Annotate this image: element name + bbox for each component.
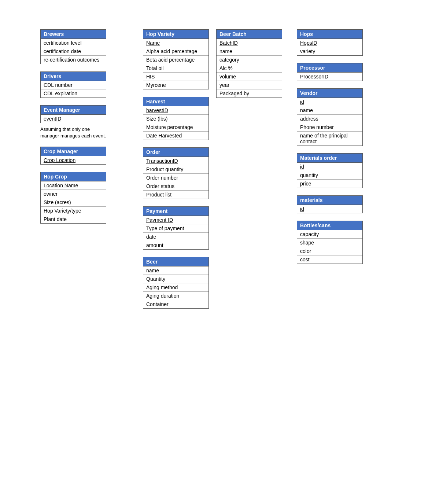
- vendor-header: Vendor: [297, 89, 362, 98]
- order-field-2: Product quantity: [143, 165, 208, 174]
- beer-field-5: Container: [143, 300, 208, 308]
- beer-header: Beer: [143, 257, 208, 266]
- beer-field-3: Aging method: [143, 283, 208, 292]
- payment-field-1: Payment ID: [143, 216, 208, 224]
- vendor-field-3: address: [297, 115, 362, 123]
- beer-batch-field-7: Packaged by: [217, 89, 282, 98]
- vendor-field-5: name of the principal contact: [297, 132, 362, 146]
- event-manager-header: Event Manager: [41, 106, 106, 115]
- order-field-1: TransactionID: [143, 157, 208, 165]
- vendor-field-4: Phone number: [297, 123, 362, 132]
- hop-variety-header: Hop Variety: [143, 30, 208, 39]
- order-field-3: Order number: [143, 174, 208, 182]
- payment-field-4: amount: [143, 241, 208, 249]
- materials-order-entity: Materials order id quantity price: [297, 153, 363, 188]
- harvest-header: Harvest: [143, 97, 208, 106]
- harvest-entity: Harvest harvestID Size (lbs) Moisture pe…: [143, 97, 209, 140]
- drivers-header: Drivers: [41, 72, 106, 81]
- hop-variety-field-3: Beta acid percentage: [143, 56, 208, 64]
- payment-field-2: Type of payment: [143, 224, 208, 233]
- event-manager-note: Assuming that only one manager manages e…: [40, 126, 106, 139]
- bottles-cans-entity: Bottles/cans capacity shape color cost: [297, 221, 363, 264]
- beer-batch-field-3: category: [217, 56, 282, 64]
- bottles-cans-field-1: capacity: [297, 230, 362, 239]
- brewers-field-3: re-certification outcomes: [41, 56, 106, 64]
- hop-crop-field-3: Size (acres): [41, 198, 106, 207]
- hops-field-1: HopsID: [297, 39, 362, 47]
- materials-field-1: id: [297, 205, 362, 213]
- vendor-field-1: id: [297, 98, 362, 106]
- order-field-4: Order status: [143, 182, 208, 191]
- processor-field-1: ProcessorID: [297, 73, 362, 81]
- beer-batch-field-5: volume: [217, 73, 282, 81]
- beer-field-2: Quantity: [143, 275, 208, 283]
- hop-crop-field-5: Plant date: [41, 215, 106, 223]
- processor-header: Processor: [297, 63, 362, 73]
- hop-crop-entity: Hop Crop Location Name owner Size (acres…: [40, 172, 106, 224]
- hop-variety-field-4: Total oil: [143, 64, 208, 73]
- payment-header: Payment: [143, 207, 208, 216]
- drivers-field-2: CDL expiration: [41, 89, 106, 98]
- event-manager-entity: Event Manager eventID: [40, 105, 106, 123]
- bottles-cans-field-4: cost: [297, 255, 362, 264]
- vendor-entity: Vendor id name address Phone number name…: [297, 88, 363, 146]
- order-header: Order: [143, 148, 208, 157]
- event-manager-field-1: eventID: [41, 115, 106, 123]
- order-entity: Order TransactionID Product quantity Ord…: [143, 147, 209, 199]
- beer-batch-field-4: Alc %: [217, 64, 282, 73]
- beer-batch-field-1: BatchID: [217, 39, 282, 47]
- harvest-field-1: harvestID: [143, 106, 208, 115]
- hops-entity: Hops HopsID variety: [297, 29, 363, 56]
- beer-entity: Beer name Quantity Aging method Aging du…: [143, 257, 209, 309]
- harvest-field-3: Moisture percentage: [143, 123, 208, 132]
- materials-order-field-1: id: [297, 163, 362, 171]
- payment-entity: Payment Payment ID Type of payment date …: [143, 206, 209, 250]
- crop-manager-header: Crop Manager: [41, 147, 106, 156]
- harvest-field-2: Size (lbs): [143, 115, 208, 123]
- beer-batch-header: Beer Batch: [217, 30, 282, 39]
- brewers-header: Brewers: [41, 30, 106, 39]
- brewers-field-1: certification level: [41, 39, 106, 47]
- brewers-entity: Brewers certification level certificatio…: [40, 29, 106, 64]
- hop-variety-field-5: HIS: [143, 73, 208, 81]
- materials-header: materials: [297, 196, 362, 205]
- hop-crop-field-2: owner: [41, 190, 106, 198]
- hops-header: Hops: [297, 30, 362, 39]
- beer-batch-entity: Beer Batch BatchID name category Alc % v…: [216, 29, 282, 98]
- materials-order-header: Materials order: [297, 154, 362, 163]
- order-field-5: Product list: [143, 191, 208, 199]
- hop-variety-field-1: Name: [143, 39, 208, 47]
- vendor-field-2: name: [297, 106, 362, 115]
- hop-crop-field-4: Hop Variety/type: [41, 207, 106, 215]
- brewers-field-2: certification date: [41, 47, 106, 56]
- materials-entity: materials id: [297, 195, 363, 213]
- bottles-cans-header: Bottles/cans: [297, 221, 362, 230]
- hops-field-2: variety: [297, 47, 362, 55]
- beer-field-1: name: [143, 266, 208, 275]
- payment-field-3: date: [143, 233, 208, 241]
- processor-entity: Processor ProcessorID: [297, 63, 363, 81]
- hop-crop-header: Hop Crop: [41, 172, 106, 181]
- materials-order-field-3: price: [297, 180, 362, 188]
- hop-variety-field-6: Myrcene: [143, 81, 208, 89]
- beer-batch-field-2: name: [217, 47, 282, 56]
- hop-variety-field-2: Alpha acid percentage: [143, 47, 208, 56]
- crop-manager-entity: Crop Manager Crop Location: [40, 147, 106, 165]
- harvest-field-4: Date Harvested: [143, 132, 208, 140]
- materials-order-field-2: quantity: [297, 171, 362, 180]
- crop-manager-field-1: Crop Location: [41, 156, 106, 164]
- drivers-field-1: CDL number: [41, 81, 106, 89]
- drivers-entity: Drivers CDL number CDL expiration: [40, 71, 106, 98]
- bottles-cans-field-3: color: [297, 247, 362, 255]
- hop-variety-entity: Hop Variety Name Alpha acid percentage B…: [143, 29, 209, 89]
- bottles-cans-field-2: shape: [297, 239, 362, 247]
- beer-batch-field-6: year: [217, 81, 282, 89]
- beer-field-4: Aging duration: [143, 292, 208, 300]
- hop-crop-field-1: Location Name: [41, 181, 106, 190]
